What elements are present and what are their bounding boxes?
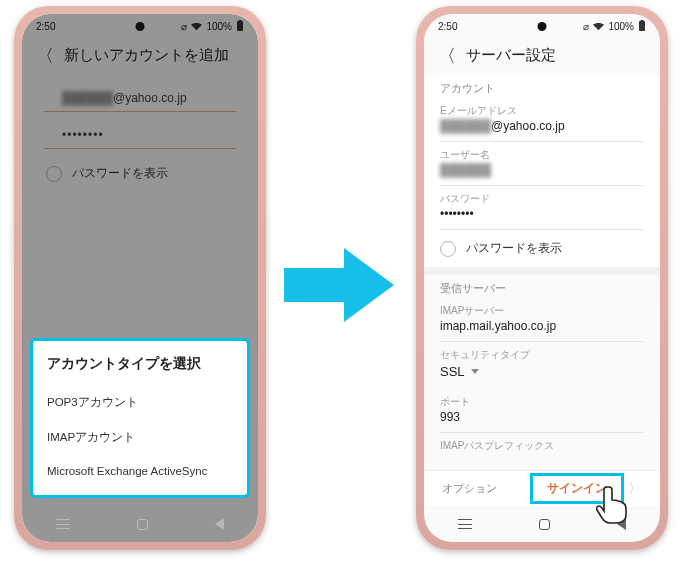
section-incoming: 受信サーバー [424,275,660,298]
svg-rect-4 [641,20,644,22]
back-icon[interactable]: 〈 [36,47,54,65]
clock: 2:50 [438,21,457,32]
label-password: パスワード [424,186,660,206]
password-value: •••••••• [62,128,104,142]
value-password[interactable]: •••••••• [424,206,660,229]
svg-rect-1 [237,21,243,31]
security-dropdown[interactable]: SSL [424,362,660,389]
email-field[interactable]: ██████@yahoo.co.jp [44,81,236,112]
battery-icon [236,20,244,32]
account-type-sheet: アカウントタイプを選択 POP3アカウント IMAPアカウント Microsof… [30,338,250,498]
phone-left: 2:50 ⌀ 100% 〈 新しいアカウントを追加 ██████@yahoo [14,6,266,550]
svg-marker-0 [284,248,394,322]
show-password-toggle[interactable]: パスワードを表示 [22,149,258,198]
transition-arrow [284,244,396,326]
nfc-icon: ⌀ [583,21,589,32]
label-path-prefix: IMAPパスプレフィックス [424,433,660,453]
section-divider [424,267,660,275]
wifi-icon [593,22,604,31]
battery-icon [638,20,646,32]
label-username: ユーザー名 [424,142,660,162]
value-path-prefix: オプション [442,481,497,496]
radio-unchecked-icon [46,166,62,182]
sheet-title: アカウントタイプを選択 [47,355,233,373]
email-suffix: @yahoo.co.jp [113,91,187,105]
sheet-option-imap[interactable]: IMAPアカウント [47,420,233,455]
section-account: アカウント [424,75,660,98]
nav-home-icon[interactable] [137,519,148,530]
svg-rect-2 [239,20,242,22]
nav-home-icon[interactable] [539,519,550,530]
show-password-label: パスワードを表示 [72,165,168,182]
svg-rect-3 [639,21,645,31]
battery-text: 100% [206,21,232,32]
value-port[interactable]: 993 [424,409,660,432]
value-email[interactable]: ██████@yahoo.co.jp [424,118,660,141]
header: 〈 サーバー設定 [424,38,660,75]
label-imap-server: IMAPサーバー [424,298,660,318]
pointer-hand-icon [596,484,630,524]
battery-text: 100% [608,21,634,32]
android-navbar [22,506,258,542]
label-security: セキュリティタイプ [424,342,660,362]
chevron-down-icon [471,369,479,374]
camera-punch [538,22,547,31]
chevron-right-icon: 〉 [628,480,642,498]
wifi-icon [191,22,202,31]
show-password-toggle[interactable]: パスワードを表示 [424,230,660,267]
value-imap-server[interactable]: imap.mail.yahoo.co.jp [424,318,660,341]
nav-recent-icon[interactable] [56,519,70,529]
nfc-icon: ⌀ [181,21,187,32]
radio-unchecked-icon [440,241,456,257]
camera-punch [136,22,145,31]
nav-recent-icon[interactable] [458,519,472,529]
label-email: Eメールアドレス [424,98,660,118]
page-title: サーバー設定 [466,46,556,65]
clock: 2:50 [36,21,55,32]
security-value: SSL [440,364,465,379]
back-icon[interactable]: 〈 [438,47,456,65]
password-field[interactable]: •••••••• [44,118,236,149]
nav-back-icon[interactable] [215,518,224,530]
page-title: 新しいアカウントを追加 [64,46,229,65]
sheet-option-pop3[interactable]: POP3アカウント [47,385,233,420]
value-username[interactable]: ██████ [424,162,660,185]
header: 〈 新しいアカウントを追加 [22,38,258,75]
sheet-option-eas[interactable]: Microsoft Exchange ActiveSync [47,455,233,487]
email-masked: ██████ [62,91,113,105]
label-port: ポート [424,389,660,409]
show-password-label: パスワードを表示 [466,240,562,257]
phone-right: 2:50 ⌀ 100% 〈 サーバー設定 アカウント Eメ [416,6,668,550]
